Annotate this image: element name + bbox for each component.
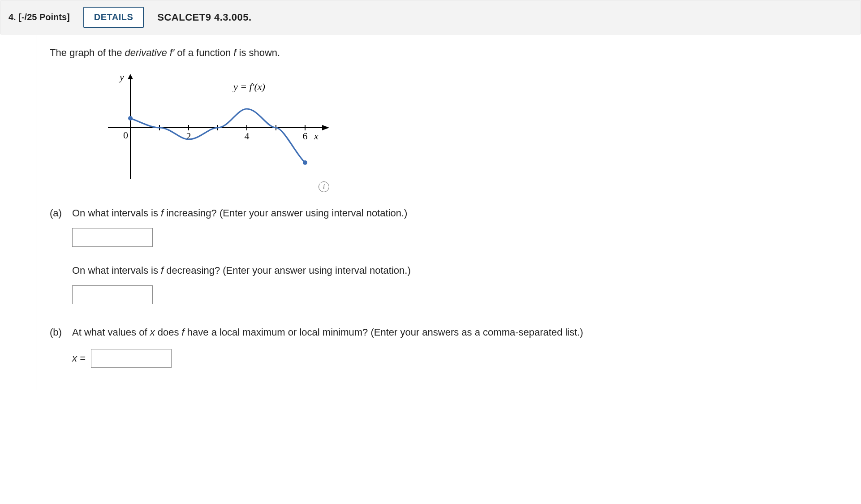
part-a-question-1: On what intervals is f increasing? (Ente…: [72, 207, 848, 219]
curve-start-point: [128, 116, 133, 121]
part-a-answer-2-input[interactable]: [72, 285, 153, 304]
part-b-label: (b): [50, 327, 72, 338]
question-body: The graph of the derivative f' of a func…: [36, 34, 861, 390]
part-b-question: At what values of x does f have a local …: [72, 327, 848, 338]
part-a-answer-1-input[interactable]: [72, 228, 153, 247]
graph-container: 2 4 6 0 y x y = f'(x): [50, 65, 848, 190]
part-a: (a) On what intervals is f increasing? (…: [50, 207, 848, 304]
curve-fprime: [130, 109, 305, 163]
part-a-label: (a): [50, 207, 72, 219]
part-b: (b) At what values of x does f have a lo…: [50, 327, 848, 368]
x-equals-label: x =: [72, 353, 86, 364]
details-button[interactable]: DETAILS: [83, 7, 144, 28]
x-tick-4: 4: [245, 130, 250, 142]
part-b-answer-input[interactable]: [91, 349, 172, 368]
question-intro: The graph of the derivative f' of a func…: [50, 47, 848, 59]
curve-label: y = f'(x): [232, 81, 265, 92]
x-tick-6: 6: [303, 130, 308, 142]
derivative-graph: 2 4 6 0 y x y = f'(x): [103, 69, 336, 186]
x-axis-label: x: [314, 130, 319, 142]
part-a-question-2: On what intervals is f decreasing? (Ente…: [72, 265, 848, 276]
info-icon[interactable]: i: [319, 181, 329, 192]
question-header: 4. [-/25 Points] DETAILS SCALCET9 4.3.00…: [0, 0, 861, 34]
source-reference: SCALCET9 4.3.005.: [157, 12, 251, 23]
curve-end-point: [303, 160, 307, 165]
question-number: 4. [-/25 Points]: [9, 12, 70, 22]
y-axis-label: y: [119, 71, 124, 82]
origin-label: 0: [123, 129, 128, 141]
